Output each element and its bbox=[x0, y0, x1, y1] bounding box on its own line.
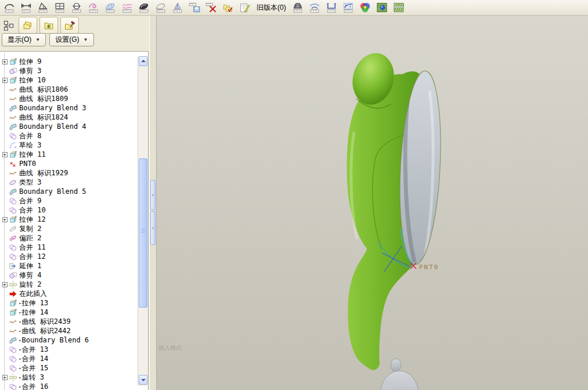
expand-box[interactable]: + bbox=[2, 152, 8, 157]
tree-item[interactable]: ▪合并 13 bbox=[1, 345, 136, 354]
measure-arc-button[interactable] bbox=[2, 1, 16, 15]
tree-item[interactable]: 合并 9 bbox=[1, 196, 136, 205]
graph-tool-button[interactable] bbox=[341, 1, 356, 15]
tree-item[interactable]: ▪合并 16 bbox=[1, 382, 136, 390]
expand-box[interactable]: + bbox=[2, 78, 8, 83]
tree-item[interactable]: 复制 2 bbox=[1, 224, 136, 233]
tree-gutter bbox=[1, 326, 9, 335]
tree-item[interactable]: 合并 12 bbox=[1, 252, 136, 261]
save-analysis-button[interactable] bbox=[187, 1, 201, 15]
tree-item[interactable]: 合并 8 bbox=[1, 131, 136, 140]
collapse-panel-button[interactable]: ‹ bbox=[150, 180, 156, 210]
tree-gutter bbox=[1, 159, 9, 168]
scroll-up-arrow-icon[interactable] bbox=[139, 56, 147, 66]
tree-item[interactable]: 类型 3 bbox=[1, 178, 136, 187]
delete-analysis-button[interactable] bbox=[204, 1, 218, 15]
expand-box[interactable]: + bbox=[2, 282, 8, 287]
scroll-down-arrow-icon[interactable] bbox=[139, 375, 147, 385]
tree-gutter: + bbox=[1, 373, 9, 382]
merge-icon bbox=[9, 243, 17, 252]
expand-box[interactable]: + bbox=[2, 217, 8, 222]
analyze-curve-button[interactable] bbox=[86, 1, 100, 15]
favorites-folder-button[interactable] bbox=[39, 17, 58, 34]
tree-item[interactable]: Boundary Blend 5 bbox=[1, 187, 136, 196]
show-dropdown-button[interactable]: 显示(O) ▼ bbox=[2, 33, 46, 46]
model-tree-toggle-button[interactable] bbox=[1, 17, 16, 34]
tree-item[interactable]: ▪曲线 标识2442 bbox=[1, 326, 136, 335]
tree-gutter bbox=[1, 103, 9, 113]
tree-item[interactable]: Boundary Blend 4 bbox=[1, 122, 136, 131]
scene-settings-button[interactable] bbox=[375, 1, 389, 15]
appearance-colors-icon bbox=[359, 2, 371, 13]
settings-dropdown-button[interactable]: 设置(G) ▼ bbox=[49, 33, 93, 46]
tree-item[interactable]: +拉伸 9 bbox=[1, 57, 136, 66]
tree-item[interactable]: ▪Boundary Blend 6 bbox=[1, 335, 136, 345]
utilities-folder-button[interactable] bbox=[60, 17, 79, 34]
folder-browser-button[interactable] bbox=[19, 17, 37, 34]
extrude-icon bbox=[9, 215, 17, 224]
tree-item[interactable]: ▪拉伸 13 bbox=[1, 298, 136, 308]
tree-gutter bbox=[1, 122, 9, 131]
analyze-curves-button[interactable] bbox=[120, 1, 134, 15]
analyze-curvature-button[interactable] bbox=[153, 1, 168, 15]
cross-section-button[interactable] bbox=[308, 1, 322, 15]
mass-properties-button[interactable] bbox=[291, 1, 305, 15]
tree-item[interactable]: +拉伸 12 bbox=[1, 215, 136, 224]
tree-item[interactable]: 曲线 标识1824 bbox=[1, 113, 136, 122]
measure-distance-button[interactable] bbox=[19, 1, 33, 15]
edit-analysis-button[interactable] bbox=[237, 1, 252, 15]
panel-splitter[interactable]: ‹ › bbox=[149, 16, 157, 390]
old-versions-button[interactable]: 旧版本(0) bbox=[254, 1, 288, 15]
graphics-viewport[interactable]: PNT0 插入模式 bbox=[157, 16, 588, 390]
tree-item[interactable]: 延伸 1 bbox=[1, 261, 136, 270]
tree-item[interactable]: ▪拉伸 14 bbox=[1, 308, 136, 317]
tree-item[interactable]: 曲线 标识1806 bbox=[1, 85, 136, 94]
model-canvas[interactable]: PNT0 bbox=[157, 16, 588, 390]
tree-item[interactable]: 曲线 标识1929 bbox=[1, 168, 136, 178]
tree-scrollbar[interactable] bbox=[138, 56, 148, 386]
analyze-draft-button[interactable] bbox=[170, 1, 185, 15]
analyze-reflection-button[interactable] bbox=[136, 1, 151, 15]
type-icon bbox=[9, 178, 17, 187]
tail-cap-surface[interactable] bbox=[391, 359, 401, 371]
tree-item[interactable]: PNT0 bbox=[1, 159, 136, 168]
tree-item[interactable]: ▪合并 15 bbox=[1, 363, 136, 373]
suppressed-marker: ▪ bbox=[19, 385, 20, 389]
tree-item[interactable]: +旋转 2 bbox=[1, 280, 136, 289]
expand-box[interactable]: + bbox=[2, 375, 8, 380]
tree-item[interactable]: +拉伸 11 bbox=[1, 150, 136, 159]
bottom-surface[interactable] bbox=[380, 371, 419, 390]
tree-item[interactable]: ▪曲线 标识2439 bbox=[1, 317, 136, 326]
thickness-check-button[interactable] bbox=[324, 1, 339, 15]
tree-item[interactable]: 在此插入 bbox=[1, 289, 136, 298]
scrollbar-thumb[interactable] bbox=[139, 158, 147, 308]
analyze-surface-button[interactable] bbox=[103, 1, 117, 15]
tree-item[interactable]: 合并 11 bbox=[1, 243, 136, 252]
measure-distance-icon bbox=[20, 2, 32, 13]
tree-item[interactable]: ▪合并 14 bbox=[1, 354, 136, 363]
measure-angle-button[interactable] bbox=[35, 1, 50, 15]
tree-item[interactable]: +▪旋转 3 bbox=[1, 373, 136, 382]
appearance-colors-button[interactable] bbox=[358, 1, 373, 15]
tree-item[interactable]: 偏距 2 bbox=[1, 233, 136, 243]
tree-item[interactable]: 修剪 4 bbox=[1, 270, 136, 280]
expand-box[interactable]: + bbox=[2, 59, 8, 64]
tree-item[interactable]: Boundary Blend 3 bbox=[1, 103, 136, 113]
datum-point-marker[interactable]: PNT0 bbox=[410, 263, 439, 271]
tree-item-label: 合并 14 bbox=[21, 354, 48, 364]
suppressed-marker: ▪ bbox=[19, 375, 20, 380]
tree-item[interactable]: 修剪 3 bbox=[1, 66, 136, 75]
tree-gutter: + bbox=[1, 75, 9, 85]
measure-diameter-button[interactable] bbox=[69, 1, 84, 15]
measure-arc-icon bbox=[3, 2, 15, 13]
measure-area-button[interactable] bbox=[52, 1, 67, 15]
tree-item[interactable]: 草绘 3 bbox=[1, 140, 136, 150]
tree-item[interactable]: 曲线 标识1809 bbox=[1, 94, 136, 103]
texture-settings-button[interactable] bbox=[392, 1, 406, 15]
model-tree-toggle-icon bbox=[3, 20, 15, 31]
expand-panel-button[interactable]: › bbox=[150, 211, 156, 245]
feature-folders-button[interactable] bbox=[221, 1, 235, 15]
tree-item[interactable]: 合并 10 bbox=[1, 205, 136, 215]
chevron-down-icon: ▼ bbox=[35, 37, 40, 42]
tree-item[interactable]: +拉伸 10 bbox=[1, 75, 136, 85]
